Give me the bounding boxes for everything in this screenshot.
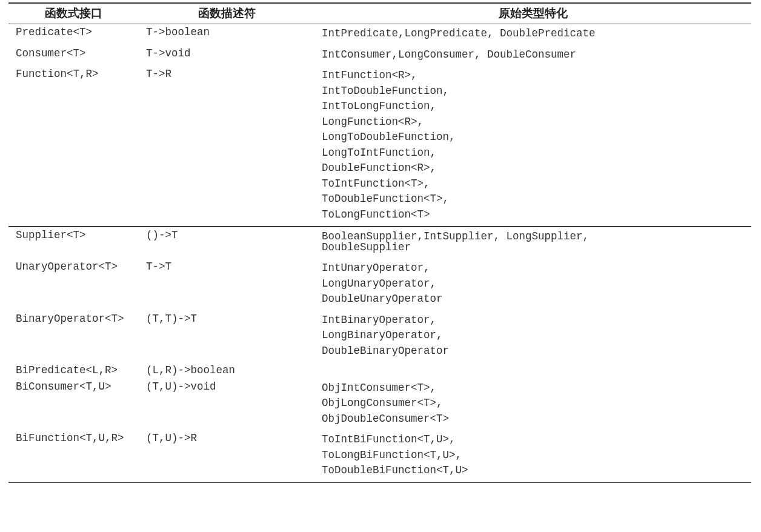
cell-interface: Consumer<T> <box>8 45 139 67</box>
table-row: Consumer<T>T->voidIntConsumer,LongConsum… <box>8 45 751 67</box>
spec-line: IntPredicate,LongPredicate, DoublePredic… <box>322 27 749 43</box>
spec-line: IntFunction<R>, <box>322 69 749 85</box>
spec-line: ToLongBiFunction<T,U>, <box>322 449 749 465</box>
cell-descriptor: T->T <box>139 259 314 311</box>
spec-line: IntBinaryOperator, <box>322 314 749 330</box>
spec-line: ToIntBiFunction<T,U>, <box>322 433 749 449</box>
cell-specialization: ObjIntConsumer<T>,ObjLongConsumer<T>,Obj… <box>314 379 751 431</box>
spec-line: ToDoubleBiFunction<T,U> <box>322 464 749 480</box>
cell-specialization: BooleanSupplier,IntSupplier, LongSupplie… <box>314 227 751 259</box>
spec-line: ToIntFunction<T>, <box>322 178 749 193</box>
spec-line: ObjIntConsumer<T>, <box>322 382 749 397</box>
spec-line: DoubleBinaryOperator <box>322 345 749 361</box>
spec-line: ObjLongConsumer<T>, <box>322 397 749 413</box>
header-descriptor: 函数描述符 <box>139 3 314 24</box>
cell-interface: Supplier<T> <box>8 227 139 259</box>
cell-descriptor: (L,R)->boolean <box>139 362 314 379</box>
cell-interface: BinaryOperator<T> <box>8 311 139 363</box>
cell-descriptor: (T,T)->T <box>139 311 314 363</box>
cell-interface: UnaryOperator<T> <box>8 259 139 311</box>
spec-line: LongBinaryOperator, <box>322 329 749 345</box>
cell-interface: Predicate<T> <box>8 24 139 45</box>
spec-line: DoubleFunction<R>, <box>322 162 749 178</box>
cell-interface: BiConsumer<T,U> <box>8 379 139 431</box>
cell-descriptor: ()->T <box>139 227 314 259</box>
spec-line: BooleanSupplier,IntSupplier, LongSupplie… <box>322 230 749 256</box>
spec-line: IntConsumer,LongConsumer, DoubleConsumer <box>322 48 749 64</box>
table-row: BinaryOperator<T>(T,T)->TIntBinaryOperat… <box>8 311 751 363</box>
cell-descriptor: T->void <box>139 45 314 67</box>
cell-descriptor: T->R <box>139 66 314 227</box>
cell-specialization: ToIntBiFunction<T,U>,ToLongBiFunction<T,… <box>314 430 751 482</box>
cell-descriptor: T->boolean <box>139 24 314 45</box>
cell-specialization: IntPredicate,LongPredicate, DoublePredic… <box>314 24 751 45</box>
functional-interfaces-table: 函数式接口 函数描述符 原始类型特化 Predicate<T>T->boolea… <box>8 2 751 483</box>
spec-line: LongToIntFunction, <box>322 147 749 162</box>
header-interface: 函数式接口 <box>8 3 139 24</box>
cell-specialization <box>314 362 751 379</box>
cell-specialization: IntUnaryOperator,LongUnaryOperator,Doubl… <box>314 259 751 311</box>
table-row: Supplier<T>()->TBooleanSupplier,IntSuppl… <box>8 227 751 259</box>
spec-line: IntUnaryOperator, <box>322 262 749 278</box>
spec-line: ObjDoubleConsumer<T> <box>322 413 749 428</box>
spec-line: IntToDoubleFunction, <box>322 85 749 101</box>
table-row: BiPredicate<L,R>(L,R)->boolean <box>8 362 751 379</box>
spec-line: DoubleUnaryOperator <box>322 293 749 308</box>
table-row: Function<T,R>T->RIntFunction<R>,IntToDou… <box>8 66 751 227</box>
table-header-row: 函数式接口 函数描述符 原始类型特化 <box>8 3 751 24</box>
spec-line: LongToDoubleFunction, <box>322 131 749 147</box>
spec-line <box>322 365 749 370</box>
table-row: UnaryOperator<T>T->TIntUnaryOperator,Lon… <box>8 259 751 311</box>
cell-specialization: IntConsumer,LongConsumer, DoubleConsumer <box>314 45 751 67</box>
spec-line: IntToLongFunction, <box>322 100 749 116</box>
table-row: Predicate<T>T->booleanIntPredicate,LongP… <box>8 24 751 45</box>
cell-interface: BiFunction<T,U,R> <box>8 430 139 482</box>
cell-descriptor: (T,U)->void <box>139 379 314 431</box>
spec-line: LongUnaryOperator, <box>322 278 749 293</box>
table-row: BiFunction<T,U,R>(T,U)->RToIntBiFunction… <box>8 430 751 482</box>
spec-line: LongFunction<R>, <box>322 116 749 131</box>
cell-interface: BiPredicate<L,R> <box>8 362 139 379</box>
spec-line: ToDoubleFunction<T>, <box>322 193 749 208</box>
header-specialization: 原始类型特化 <box>314 3 751 24</box>
table-row: BiConsumer<T,U>(T,U)->voidObjIntConsumer… <box>8 379 751 431</box>
cell-descriptor: (T,U)->R <box>139 430 314 482</box>
cell-specialization: IntBinaryOperator,LongBinaryOperator,Dou… <box>314 311 751 363</box>
spec-line: ToLongFunction<T> <box>322 208 749 224</box>
cell-specialization: IntFunction<R>,IntToDoubleFunction,IntTo… <box>314 66 751 227</box>
cell-interface: Function<T,R> <box>8 66 139 227</box>
